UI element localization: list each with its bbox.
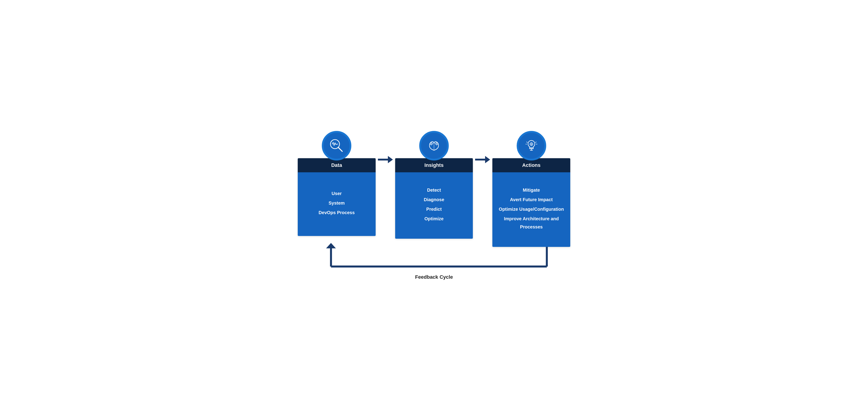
data-icon-circle bbox=[322, 131, 351, 160]
data-card: Data User System DevOps Process bbox=[298, 158, 376, 236]
actions-card-body: Mitigate Avert Future Impact Optimize Us… bbox=[492, 172, 570, 247]
insights-item-detect: Detect bbox=[427, 186, 441, 194]
insights-item-diagnose: Diagnose bbox=[424, 196, 444, 204]
arrow-line-2 bbox=[475, 159, 485, 160]
actions-item-optimize: Optimize Usage/Configuration bbox=[499, 205, 564, 213]
actions-card: Actions Mitigate Avert Future Impact Opt… bbox=[492, 158, 570, 247]
actions-header-text: Actions bbox=[522, 162, 540, 168]
svg-point-18 bbox=[531, 144, 532, 145]
brain-gear-icon bbox=[426, 138, 442, 154]
arrow-data-insights bbox=[376, 156, 395, 163]
insights-item-optimize: Optimize bbox=[425, 214, 443, 223]
data-card-body: User System DevOps Process bbox=[298, 172, 376, 236]
arrow-insights-actions bbox=[473, 156, 492, 163]
insights-item-predict: Predict bbox=[426, 205, 442, 213]
svg-point-4 bbox=[431, 143, 432, 144]
svg-line-23 bbox=[527, 142, 527, 143]
feedback-svg bbox=[311, 247, 557, 276]
data-item-devops: DevOps Process bbox=[319, 208, 355, 217]
actions-item-improve: Improve Architecture and Processes bbox=[497, 214, 566, 231]
actions-item-mitigate: Mitigate bbox=[523, 186, 540, 194]
arrow-shape-2 bbox=[475, 156, 490, 163]
arrow-head-2 bbox=[485, 156, 490, 163]
data-item-user: User bbox=[332, 189, 342, 198]
insights-icon-circle bbox=[419, 131, 449, 160]
data-item-system: System bbox=[329, 199, 345, 207]
data-search-icon bbox=[329, 138, 344, 154]
svg-point-10 bbox=[436, 143, 437, 144]
columns-area: Data User System DevOps Process bbox=[298, 131, 570, 247]
insights-card: Insights Detect Diagnose Predict Optimiz… bbox=[395, 158, 473, 239]
insights-card-body: Detect Diagnose Predict Optimize bbox=[395, 172, 473, 239]
insights-header-text: Insights bbox=[425, 162, 443, 168]
actions-item-avert: Avert Future Impact bbox=[510, 196, 553, 204]
arrow-head-1 bbox=[388, 156, 393, 163]
feedback-area: Feedback Cycle bbox=[311, 247, 557, 280]
feedback-label: Feedback Cycle bbox=[415, 274, 453, 280]
lightbulb-gear-icon bbox=[524, 138, 539, 154]
arrow-line-1 bbox=[378, 159, 388, 160]
actions-column: Actions Mitigate Avert Future Impact Opt… bbox=[492, 131, 570, 247]
data-header-text: Data bbox=[331, 162, 342, 168]
svg-line-24 bbox=[535, 142, 536, 143]
svg-line-1 bbox=[338, 147, 342, 151]
data-column: Data User System DevOps Process bbox=[298, 131, 376, 236]
diagram-wrapper: Data User System DevOps Process bbox=[298, 131, 570, 280]
insights-column: Insights Detect Diagnose Predict Optimiz… bbox=[395, 131, 473, 239]
actions-icon-circle bbox=[517, 131, 546, 160]
arrow-shape-1 bbox=[378, 156, 393, 163]
